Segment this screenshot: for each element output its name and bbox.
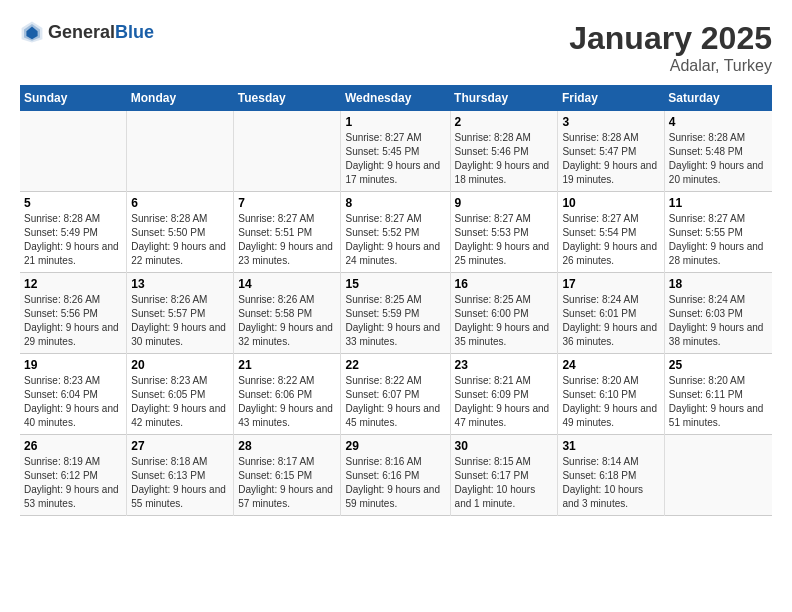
calendar-cell <box>20 111 127 192</box>
day-info: Sunrise: 8:27 AM Sunset: 5:52 PM Dayligh… <box>345 212 445 268</box>
calendar-cell: 4Sunrise: 8:28 AM Sunset: 5:48 PM Daylig… <box>664 111 772 192</box>
day-number: 3 <box>562 115 659 129</box>
calendar-cell: 9Sunrise: 8:27 AM Sunset: 5:53 PM Daylig… <box>450 192 558 273</box>
day-number: 21 <box>238 358 336 372</box>
logo: GeneralBlue <box>20 20 154 44</box>
day-header-friday: Friday <box>558 85 664 111</box>
calendar-week-row: 12Sunrise: 8:26 AM Sunset: 5:56 PM Dayli… <box>20 273 772 354</box>
calendar-cell <box>234 111 341 192</box>
calendar-cell <box>664 435 772 516</box>
day-info: Sunrise: 8:21 AM Sunset: 6:09 PM Dayligh… <box>455 374 554 430</box>
day-number: 16 <box>455 277 554 291</box>
day-info: Sunrise: 8:16 AM Sunset: 6:16 PM Dayligh… <box>345 455 445 511</box>
day-info: Sunrise: 8:26 AM Sunset: 5:56 PM Dayligh… <box>24 293 122 349</box>
day-info: Sunrise: 8:18 AM Sunset: 6:13 PM Dayligh… <box>131 455 229 511</box>
day-info: Sunrise: 8:27 AM Sunset: 5:53 PM Dayligh… <box>455 212 554 268</box>
calendar-week-row: 26Sunrise: 8:19 AM Sunset: 6:12 PM Dayli… <box>20 435 772 516</box>
day-info: Sunrise: 8:24 AM Sunset: 6:01 PM Dayligh… <box>562 293 659 349</box>
day-number: 1 <box>345 115 445 129</box>
calendar-cell: 2Sunrise: 8:28 AM Sunset: 5:46 PM Daylig… <box>450 111 558 192</box>
day-info: Sunrise: 8:26 AM Sunset: 5:58 PM Dayligh… <box>238 293 336 349</box>
page-header: GeneralBlue January 2025 Adalar, Turkey <box>20 20 772 75</box>
day-info: Sunrise: 8:28 AM Sunset: 5:46 PM Dayligh… <box>455 131 554 187</box>
day-number: 20 <box>131 358 229 372</box>
day-number: 31 <box>562 439 659 453</box>
calendar-cell: 23Sunrise: 8:21 AM Sunset: 6:09 PM Dayli… <box>450 354 558 435</box>
calendar-cell: 28Sunrise: 8:17 AM Sunset: 6:15 PM Dayli… <box>234 435 341 516</box>
calendar-header-row: SundayMondayTuesdayWednesdayThursdayFrid… <box>20 85 772 111</box>
day-info: Sunrise: 8:28 AM Sunset: 5:47 PM Dayligh… <box>562 131 659 187</box>
day-number: 28 <box>238 439 336 453</box>
day-number: 10 <box>562 196 659 210</box>
calendar-cell: 3Sunrise: 8:28 AM Sunset: 5:47 PM Daylig… <box>558 111 664 192</box>
day-info: Sunrise: 8:27 AM Sunset: 5:45 PM Dayligh… <box>345 131 445 187</box>
day-info: Sunrise: 8:27 AM Sunset: 5:51 PM Dayligh… <box>238 212 336 268</box>
day-number: 26 <box>24 439 122 453</box>
day-number: 15 <box>345 277 445 291</box>
calendar-cell: 14Sunrise: 8:26 AM Sunset: 5:58 PM Dayli… <box>234 273 341 354</box>
logo-general-text: General <box>48 22 115 42</box>
day-info: Sunrise: 8:24 AM Sunset: 6:03 PM Dayligh… <box>669 293 768 349</box>
calendar-week-row: 1Sunrise: 8:27 AM Sunset: 5:45 PM Daylig… <box>20 111 772 192</box>
calendar-cell: 31Sunrise: 8:14 AM Sunset: 6:18 PM Dayli… <box>558 435 664 516</box>
calendar-cell <box>127 111 234 192</box>
location-title: Adalar, Turkey <box>569 57 772 75</box>
day-number: 9 <box>455 196 554 210</box>
day-number: 5 <box>24 196 122 210</box>
month-title: January 2025 <box>569 20 772 57</box>
day-info: Sunrise: 8:17 AM Sunset: 6:15 PM Dayligh… <box>238 455 336 511</box>
day-number: 6 <box>131 196 229 210</box>
day-info: Sunrise: 8:23 AM Sunset: 6:04 PM Dayligh… <box>24 374 122 430</box>
calendar-week-row: 5Sunrise: 8:28 AM Sunset: 5:49 PM Daylig… <box>20 192 772 273</box>
day-number: 12 <box>24 277 122 291</box>
calendar-cell: 16Sunrise: 8:25 AM Sunset: 6:00 PM Dayli… <box>450 273 558 354</box>
calendar-cell: 25Sunrise: 8:20 AM Sunset: 6:11 PM Dayli… <box>664 354 772 435</box>
calendar-cell: 21Sunrise: 8:22 AM Sunset: 6:06 PM Dayli… <box>234 354 341 435</box>
calendar-cell: 11Sunrise: 8:27 AM Sunset: 5:55 PM Dayli… <box>664 192 772 273</box>
calendar-cell: 27Sunrise: 8:18 AM Sunset: 6:13 PM Dayli… <box>127 435 234 516</box>
calendar-cell: 8Sunrise: 8:27 AM Sunset: 5:52 PM Daylig… <box>341 192 450 273</box>
title-area: January 2025 Adalar, Turkey <box>569 20 772 75</box>
day-info: Sunrise: 8:25 AM Sunset: 5:59 PM Dayligh… <box>345 293 445 349</box>
calendar-cell: 26Sunrise: 8:19 AM Sunset: 6:12 PM Dayli… <box>20 435 127 516</box>
calendar-cell: 17Sunrise: 8:24 AM Sunset: 6:01 PM Dayli… <box>558 273 664 354</box>
logo-blue-text: Blue <box>115 22 154 42</box>
calendar-cell: 18Sunrise: 8:24 AM Sunset: 6:03 PM Dayli… <box>664 273 772 354</box>
calendar-cell: 12Sunrise: 8:26 AM Sunset: 5:56 PM Dayli… <box>20 273 127 354</box>
day-number: 14 <box>238 277 336 291</box>
calendar-table: SundayMondayTuesdayWednesdayThursdayFrid… <box>20 85 772 516</box>
day-number: 8 <box>345 196 445 210</box>
day-number: 23 <box>455 358 554 372</box>
day-number: 30 <box>455 439 554 453</box>
day-number: 7 <box>238 196 336 210</box>
day-header-saturday: Saturday <box>664 85 772 111</box>
day-info: Sunrise: 8:28 AM Sunset: 5:49 PM Dayligh… <box>24 212 122 268</box>
logo-icon <box>20 20 44 44</box>
day-info: Sunrise: 8:22 AM Sunset: 6:06 PM Dayligh… <box>238 374 336 430</box>
day-number: 4 <box>669 115 768 129</box>
day-info: Sunrise: 8:23 AM Sunset: 6:05 PM Dayligh… <box>131 374 229 430</box>
day-info: Sunrise: 8:25 AM Sunset: 6:00 PM Dayligh… <box>455 293 554 349</box>
day-number: 19 <box>24 358 122 372</box>
calendar-cell: 7Sunrise: 8:27 AM Sunset: 5:51 PM Daylig… <box>234 192 341 273</box>
day-info: Sunrise: 8:14 AM Sunset: 6:18 PM Dayligh… <box>562 455 659 511</box>
day-number: 18 <box>669 277 768 291</box>
day-info: Sunrise: 8:20 AM Sunset: 6:10 PM Dayligh… <box>562 374 659 430</box>
day-info: Sunrise: 8:27 AM Sunset: 5:55 PM Dayligh… <box>669 212 768 268</box>
day-header-sunday: Sunday <box>20 85 127 111</box>
calendar-cell: 20Sunrise: 8:23 AM Sunset: 6:05 PM Dayli… <box>127 354 234 435</box>
day-header-monday: Monday <box>127 85 234 111</box>
calendar-cell: 1Sunrise: 8:27 AM Sunset: 5:45 PM Daylig… <box>341 111 450 192</box>
calendar-cell: 19Sunrise: 8:23 AM Sunset: 6:04 PM Dayli… <box>20 354 127 435</box>
day-info: Sunrise: 8:15 AM Sunset: 6:17 PM Dayligh… <box>455 455 554 511</box>
calendar-cell: 29Sunrise: 8:16 AM Sunset: 6:16 PM Dayli… <box>341 435 450 516</box>
day-number: 22 <box>345 358 445 372</box>
day-info: Sunrise: 8:28 AM Sunset: 5:50 PM Dayligh… <box>131 212 229 268</box>
calendar-cell: 5Sunrise: 8:28 AM Sunset: 5:49 PM Daylig… <box>20 192 127 273</box>
day-number: 2 <box>455 115 554 129</box>
calendar-cell: 30Sunrise: 8:15 AM Sunset: 6:17 PM Dayli… <box>450 435 558 516</box>
day-header-wednesday: Wednesday <box>341 85 450 111</box>
calendar-cell: 6Sunrise: 8:28 AM Sunset: 5:50 PM Daylig… <box>127 192 234 273</box>
calendar-cell: 24Sunrise: 8:20 AM Sunset: 6:10 PM Dayli… <box>558 354 664 435</box>
calendar-cell: 22Sunrise: 8:22 AM Sunset: 6:07 PM Dayli… <box>341 354 450 435</box>
